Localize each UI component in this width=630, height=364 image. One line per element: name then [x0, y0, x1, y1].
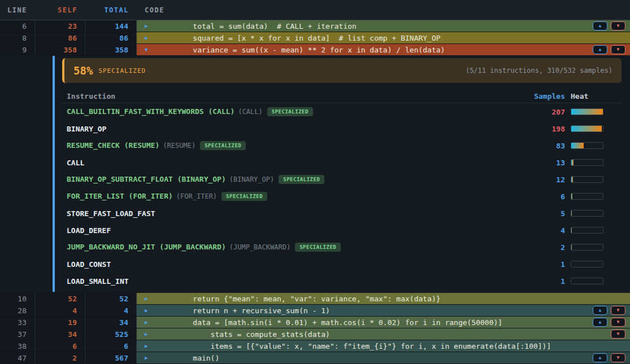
instruction-row: BINARY_OP198	[62, 120, 622, 137]
column-header-instruction: Instruction	[67, 92, 531, 100]
collapse-arrow-icon[interactable]: ▼	[145, 47, 175, 52]
move-down-button[interactable]: ▼	[611, 330, 625, 339]
sample-count: 207	[531, 108, 565, 116]
code-text: squared = [x * x for x in data] # list c…	[175, 34, 441, 42]
move-down-button[interactable]: ▼	[611, 353, 625, 362]
sample-count: 1	[531, 260, 565, 269]
column-header-samples[interactable]: Samples	[531, 92, 565, 100]
self-samples: 4	[35, 305, 85, 316]
code-row: 9358358▼ variance = sum((x - mean) ** 2 …	[0, 44, 630, 55]
instruction-name: FOR_ITER_LIST (FOR_ITER)	[67, 192, 173, 200]
total-samples: 567	[85, 352, 137, 363]
instruction-row: RESUME_CHECK (RESUME)(RESUME)SPECIALIZED…	[62, 137, 622, 154]
column-header-self[interactable]: SELF	[35, 0, 85, 20]
column-header-heat: Heat	[571, 92, 603, 100]
self-samples: 23	[35, 20, 85, 32]
move-down-button[interactable]: ▼	[611, 318, 625, 327]
expand-arrow-icon[interactable]: ▶	[145, 343, 175, 349]
heat-bar	[571, 125, 603, 132]
sample-count: 12	[531, 176, 565, 184]
code-text: return {"mean": mean, "var": variance, "…	[175, 295, 441, 303]
instruction-name-cell: CALL	[67, 159, 531, 167]
row-buttons: ▲▼	[593, 21, 625, 30]
instruction-row: JUMP_BACKWARD_NO_JIT (JUMP_BACKWARD)(JUM…	[62, 239, 622, 256]
move-up-button[interactable]: ▲	[593, 353, 607, 362]
expand-arrow-icon[interactable]: ▶	[145, 355, 175, 361]
code-cell: ▶ main()▲▼	[137, 352, 630, 363]
base-opcode: (FOR_ITER)	[176, 192, 217, 200]
code-cell: ▶ squared = [x * x for x in data] # list…	[137, 32, 630, 43]
heat-bar-fill	[571, 244, 572, 250]
expand-arrow-icon[interactable]: ▶	[145, 308, 175, 313]
code-cell: ▶ return {"mean": mean, "var": variance,…	[137, 293, 630, 304]
instruction-name-cell: BINARY_OP_SUBTRACT_FLOAT (BINARY_OP)(BIN…	[67, 175, 531, 184]
heat-bar	[571, 159, 603, 166]
move-up-button[interactable]: ▲	[593, 318, 607, 327]
table-header: LINE SELF TOTAL CODE	[0, 0, 630, 20]
instruction-rows: CALL_BUILTIN_FAST_WITH_KEYWORDS (CALL)(C…	[62, 103, 622, 290]
code-cell: ▶ total = sum(data) # CALL + iteration▲▼	[137, 20, 630, 32]
heat-bar-fill	[571, 126, 602, 131]
code-cell: ▶ stats = compute_stats(data)▼	[137, 328, 630, 340]
instruction-row: FOR_ITER_LIST (FOR_ITER)(FOR_ITER)SPECIA…	[62, 188, 622, 205]
heat-bar	[571, 108, 603, 115]
total-samples: 86	[85, 32, 137, 43]
instruction-name: LOAD_SMALL_INT	[67, 277, 129, 286]
column-header-total[interactable]: TOTAL	[85, 0, 137, 20]
sample-count: 6	[531, 192, 565, 201]
specialized-badge: SPECIALIZED	[221, 192, 267, 201]
instruction-name: JUMP_BACKWARD_NO_JIT (JUMP_BACKWARD)	[67, 243, 226, 251]
heat-bar-fill	[571, 177, 573, 182]
instruction-name-cell: RESUME_CHECK (RESUME)(RESUME)SPECIALIZED	[67, 141, 531, 150]
expand-arrow-icon[interactable]: ▶	[145, 35, 175, 41]
code-text: total = sum(data) # CALL + iteration	[175, 22, 357, 30]
self-samples: 6	[35, 340, 85, 352]
self-samples: 86	[35, 32, 85, 43]
row-buttons: ▲▼	[593, 45, 625, 54]
self-samples: 358	[35, 44, 85, 55]
expand-arrow-icon[interactable]: ▶	[145, 296, 175, 301]
sample-count: 13	[531, 159, 565, 167]
specialization-panel: 58% SPECIALIZED (5/11 instructions, 310/…	[0, 56, 630, 293]
code-row: 3734525▶ stats = compute_stats(data)▼	[0, 328, 630, 340]
code-cell: ▼ variance = sum((x - mean) ** 2 for x i…	[137, 44, 630, 55]
self-samples: 19	[35, 317, 85, 328]
line-number: 9	[0, 44, 35, 55]
move-up-button[interactable]: ▲	[593, 45, 607, 54]
code-cell: ▶ items = [{"value": x, "name": f"item_{…	[137, 340, 630, 352]
move-down-button[interactable]: ▼	[611, 45, 625, 54]
sample-count: 2	[531, 243, 565, 252]
expand-arrow-icon[interactable]: ▶	[145, 23, 175, 29]
move-down-button[interactable]: ▼	[611, 21, 625, 30]
specialization-banner: 58% SPECIALIZED (5/11 instructions, 310/…	[62, 58, 622, 83]
instruction-name: STORE_FAST_LOAD_FAST	[67, 209, 155, 218]
expand-arrow-icon[interactable]: ▶	[145, 319, 175, 325]
total-samples: 52	[85, 293, 137, 304]
heat-bar	[571, 227, 603, 234]
code-text: items = [{"value": x, "name": f"item_{i}…	[175, 342, 551, 350]
instruction-table-header: Instruction Samples Heat	[62, 90, 622, 103]
instruction-row: BINARY_OP_SUBTRACT_FLOAT (BINARY_OP)(BIN…	[62, 171, 622, 188]
instruction-name: BINARY_OP	[67, 125, 106, 133]
instruction-name-cell: LOAD_DEREF	[67, 226, 531, 235]
move-down-button[interactable]: ▼	[611, 306, 625, 315]
code-cell: ▶ return n + recursive_sum(n - 1)▲▼	[137, 305, 630, 316]
specialized-badge: SPECIALIZED	[200, 141, 246, 150]
move-up-button[interactable]: ▲	[593, 21, 607, 30]
instruction-name-cell: CALL_BUILTIN_FAST_WITH_KEYWORDS (CALL)(C…	[67, 107, 531, 116]
heat-bar-fill	[571, 160, 573, 165]
row-buttons: ▲▼	[593, 318, 625, 327]
expand-arrow-icon[interactable]: ▶	[145, 331, 175, 337]
instruction-name: BINARY_OP_SUBTRACT_FLOAT (BINARY_OP)	[67, 175, 226, 183]
heat-bar	[571, 193, 603, 200]
instruction-name: LOAD_DEREF	[67, 226, 111, 235]
instruction-row: CALL13	[62, 154, 622, 171]
instruction-name: LOAD_CONST	[67, 260, 111, 269]
total-samples: 4	[85, 305, 137, 316]
instruction-name-cell: LOAD_CONST	[67, 260, 531, 269]
instruction-name: CALL	[67, 159, 84, 167]
line-number: 28	[0, 305, 35, 316]
move-up-button[interactable]: ▲	[593, 306, 607, 315]
total-samples: 525	[85, 328, 137, 340]
total-samples: 358	[85, 44, 137, 55]
